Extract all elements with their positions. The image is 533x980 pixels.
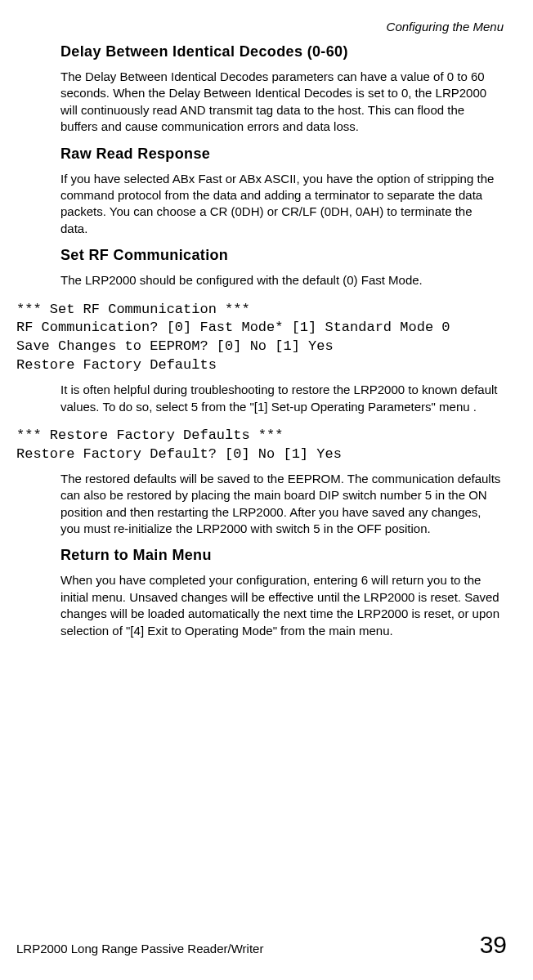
content-area: Delay Between Identical Decodes (0-60) T… <box>16 43 507 289</box>
footer-product-name: LRP2000 Long Range Passive Reader/Writer <box>16 942 263 955</box>
paragraph-set-rf: The LRP2000 should be configured with th… <box>60 272 502 289</box>
content-area-3: The restored defaults will be saved to t… <box>16 471 507 639</box>
code-block-set-rf: *** Set RF Communication *** RF Communic… <box>16 301 507 376</box>
paragraph-set-rf-2: It is often helpful during troubleshooti… <box>60 382 502 415</box>
heading-raw-read: Raw Read Response <box>60 145 502 163</box>
footer-page-number: 39 <box>480 931 507 959</box>
heading-set-rf: Set RF Communication <box>60 247 502 264</box>
content-area-2: It is often helpful during troubleshooti… <box>16 382 507 415</box>
heading-return: Return to Main Menu <box>60 547 502 564</box>
heading-delay: Delay Between Identical Decodes (0-60) <box>60 43 502 60</box>
header-section-label: Configuring the Menu <box>16 20 507 34</box>
code-block-restore: *** Restore Factory Defaults *** Restore… <box>16 427 507 464</box>
paragraph-delay: The Delay Between Identical Decodes para… <box>60 69 502 136</box>
paragraph-raw-read: If you have selected ABx Fast or ABx ASC… <box>60 171 502 238</box>
paragraph-return: When you have completed your configurati… <box>60 572 502 639</box>
footer: LRP2000 Long Range Passive Reader/Writer… <box>16 931 507 959</box>
paragraph-restore: The restored defaults will be saved to t… <box>60 471 502 538</box>
